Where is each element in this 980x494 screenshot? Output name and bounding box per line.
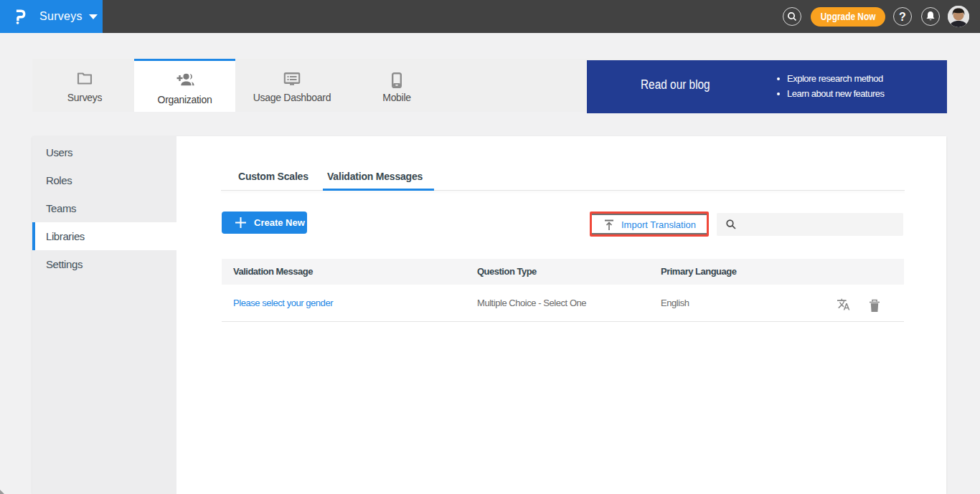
- svg-text:?: ?: [899, 11, 906, 23]
